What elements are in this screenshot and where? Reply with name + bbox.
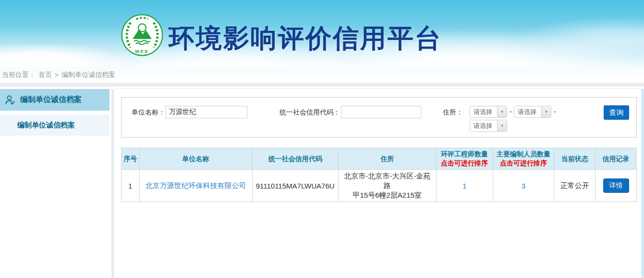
col-status: 当前状态	[554, 148, 595, 170]
dash-separator: -	[554, 106, 556, 118]
staff-sort-hint[interactable]: 点击可进行排序	[495, 159, 552, 168]
chevron-down-icon[interactable]: ▼	[497, 120, 507, 131]
header-divider	[0, 83, 644, 87]
breadcrumb-home-link[interactable]: 首页	[38, 71, 52, 79]
unit-name-link[interactable]: 北京万源世纪环保科技有限公司	[146, 181, 246, 190]
mee-logo-icon: MEE	[121, 13, 164, 57]
col-credit-record: 信用记录	[595, 148, 637, 170]
address-value: 北京市-北京市-大兴区-金苑路 甲15号6幢2层A215室	[338, 170, 436, 202]
chevron-down-icon[interactable]: ▼	[497, 106, 507, 117]
search-panel: 单位名称： 统一社会信用代码： 住所： 请选择 ▼ - 请选择 ▼ - 请选择 …	[121, 97, 637, 138]
credit-code-input[interactable]	[341, 106, 421, 118]
address-label: 住所：	[440, 106, 463, 118]
col-staff-count[interactable]: 主要编制人员数量 点击可进行排序	[493, 148, 554, 170]
col-staff-count-label: 主要编制人员数量	[497, 150, 550, 158]
address-line2: 甲15号6幢2层A215室	[340, 190, 434, 200]
staff-count-link[interactable]: 3	[522, 182, 525, 190]
address-province-value: 请选择	[470, 106, 497, 117]
main-content: 单位名称： 统一社会信用代码： 住所： 请选择 ▼ - 请选择 ▼ - 请选择 …	[114, 88, 641, 278]
engineer-count-link[interactable]: 1	[462, 182, 466, 190]
right-edge-strip	[641, 89, 644, 278]
breadcrumb-prefix: 当前位置：	[2, 71, 36, 79]
address-city-select[interactable]: 请选择 ▼	[514, 106, 551, 118]
col-index: 序号	[122, 148, 140, 170]
query-button[interactable]: 查询	[604, 105, 629, 120]
sidebar-item-unit-credit-archive[interactable]: 编制单位诚信档案	[0, 89, 109, 111]
col-engineer-count[interactable]: 环评工程师数量 点击可进行排序	[436, 148, 493, 170]
mee-logo-text: MEE	[135, 49, 149, 54]
col-address: 住所	[338, 148, 436, 170]
breadcrumb: 当前位置： 首页 > 编制单位诚信档案	[0, 67, 644, 83]
page-title: 环境影响评价信用平台	[169, 21, 442, 56]
unit-name-label: 单位名称：	[129, 106, 165, 118]
address-district-value: 请选择	[470, 120, 497, 131]
breadcrumb-current: 编制单位诚信档案	[61, 71, 115, 79]
breadcrumb-separator: >	[55, 71, 59, 79]
col-credit-code: 统一社会信用代码	[252, 148, 338, 170]
site-header: MEE 环境影响评价信用平台	[0, 0, 644, 67]
col-engineer-count-label: 环评工程师数量	[441, 150, 488, 158]
table-row: 1 北京万源世纪环保科技有限公司 91110115MA7LWUA76U 北京市-…	[122, 170, 637, 202]
col-unit-name: 单位名称	[139, 148, 252, 170]
address-province-select[interactable]: 请选择 ▼	[470, 106, 507, 118]
engineer-sort-hint[interactable]: 点击可进行排序	[438, 159, 491, 168]
status-value: 正常公开	[554, 170, 595, 202]
sidebar-subitem-label: 编制单位诚信档案	[17, 121, 75, 130]
page-body: 编制单位诚信档案 编制单位诚信档案 单位名称： 统一社会信用代码： 住所： 请选…	[0, 87, 644, 278]
credit-code-value: 91110115MA7LWUA76U	[252, 170, 338, 202]
unit-name-input[interactable]	[165, 106, 247, 118]
credit-code-label: 统一社会信用代码：	[275, 106, 340, 118]
detail-button[interactable]: 详情	[603, 178, 629, 193]
address-district-select[interactable]: 请选择 ▼	[470, 120, 507, 132]
address-line1: 北京市-北京市-大兴区-金苑路	[340, 171, 434, 190]
sidebar-subitem-unit-credit-archive[interactable]: 编制单位诚信档案	[0, 114, 109, 136]
row-index: 1	[122, 170, 140, 202]
sidebar-item-label: 编制单位诚信档案	[20, 95, 82, 105]
chevron-down-icon[interactable]: ▼	[541, 106, 551, 117]
user-check-icon	[4, 94, 16, 106]
results-table: 序号 单位名称 统一社会信用代码 住所 环评工程师数量 点击可进行排序 主要编制…	[121, 148, 637, 202]
sidebar: 编制单位诚信档案 编制单位诚信档案	[0, 89, 109, 136]
table-header-row: 序号 单位名称 统一社会信用代码 住所 环评工程师数量 点击可进行排序 主要编制…	[122, 148, 637, 170]
address-city-value: 请选择	[514, 106, 541, 117]
dash-separator: -	[510, 106, 512, 118]
